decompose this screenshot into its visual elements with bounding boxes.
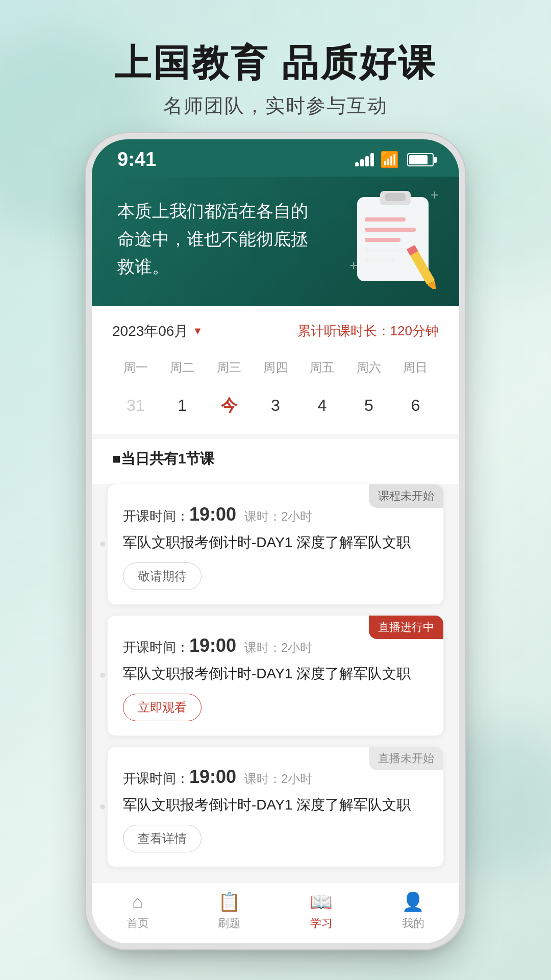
course-indicator-1 [100,542,105,547]
weekday-wed: 周三 [206,355,252,380]
course-action-btn-2[interactable]: 立即观看 [123,694,202,721]
weekday-mon: 周一 [112,355,159,380]
svg-rect-3 [365,217,406,222]
svg-rect-2 [385,193,406,201]
nav-label-profile: 我的 [402,916,424,931]
nav-label-practice: 刷题 [218,916,240,931]
svg-rect-4 [365,228,416,232]
calendar-days: 31 1 今 3 4 5 6 [112,388,439,424]
course-card-3: 直播未开始 开课时间：19:00 课时：2小时 军队文职报考倒计时-DAY1 深… [107,746,444,867]
banner-illustration: + + [347,182,444,289]
banner-quote: 本质上我们都活在各自的命途中，谁也不能彻底拯救谁。 [117,197,321,280]
course-count-header: ■当日共有1节课 [112,449,439,469]
course-title-3: 军队文职报考倒计时-DAY1 深度了解军队文职 [123,795,428,815]
cal-day-today[interactable]: 今 [206,388,252,424]
svg-rect-5 [365,238,400,242]
phone-mockup: 9:41 📶 本质上我们都活在各自的命途中，谁也不能彻底拯救谁。 [0,139,551,943]
cal-day-31[interactable]: 31 [112,388,159,424]
header-title: 上国教育 品质好课 [0,41,551,85]
weekday-thu: 周四 [252,355,298,380]
bottom-nav: ⌂ 首页 📋 刷题 📖 学习 👤 我的 [92,883,459,943]
nav-label-study: 学习 [310,916,333,931]
course-start-time-3: 开课时间：19:00 [123,766,236,788]
course-title-1: 军队文职报考倒计时-DAY1 深度了解军队文职 [123,532,428,552]
phone-frame: 9:41 📶 本质上我们都活在各自的命途中，谁也不能彻底拯救谁。 [92,139,459,943]
weekday-fri: 周五 [299,355,345,380]
header-subtitle: 名师团队，实时参与互动 [0,93,551,119]
course-card-1: 课程未开始 开课时间：19:00 课时：2小时 军队文职报考倒计时-DAY1 深… [107,484,444,605]
wifi-icon: 📶 [380,151,399,168]
home-icon: ⌂ [132,891,143,913]
course-start-time-1: 开课时间：19:00 [123,504,236,525]
course-duration-3: 课时：2小时 [244,771,312,787]
course-indicator-2 [100,673,105,678]
header-section: 上国教育 品质好课 名师团队，实时参与互动 [0,0,551,139]
svg-rect-6 [365,248,411,252]
course-status-badge-3: 直播未开始 [369,747,443,770]
cal-day-6[interactable]: 6 [392,388,439,424]
status-time: 9:41 [117,149,156,170]
course-indicator-3 [100,804,105,810]
cal-day-1[interactable]: 1 [159,388,205,424]
total-hours-label: 累计听课时长：120分钟 [297,322,439,340]
study-icon: 📖 [310,891,333,913]
course-count-text: ■当日共有1节课 [112,449,214,469]
calendar-month[interactable]: 2023年06月 ▼ [112,322,203,341]
course-count-section: ■当日共有1节课 [92,439,459,484]
svg-rect-7 [365,258,395,262]
top-banner: 本质上我们都活在各自的命途中，谁也不能彻底拯救谁。 [92,177,459,306]
weekday-tue: 周二 [159,355,205,380]
course-duration-1: 课时：2小时 [244,508,312,525]
course-card-2: 直播进行中 开课时间：19:00 课时：2小时 军队文职报考倒计时-DAY1 深… [107,615,444,736]
battery-icon [407,153,434,166]
course-start-time-2: 开课时间：19:00 [123,635,236,656]
nav-item-practice[interactable]: 📋 刷题 [218,891,241,931]
courses-list-area: ■当日共有1节课 课程未开始 开课时间：19:00 课时：2小时 军队文职报考倒… [92,434,459,883]
month-dropdown-icon: ▼ [192,325,203,337]
nav-label-home: 首页 [127,916,149,931]
status-bar: 9:41 📶 [92,139,459,177]
cal-day-5[interactable]: 5 [345,388,392,424]
cal-day-3[interactable]: 3 [252,388,298,424]
course-status-badge-1: 课程未开始 [369,484,443,508]
profile-icon: 👤 [402,891,424,913]
course-duration-2: 课时：2小时 [244,640,312,656]
course-action-btn-3[interactable]: 查看详情 [123,825,202,852]
nav-item-study[interactable]: 📖 学习 [310,891,333,931]
weekday-sat: 周六 [345,355,392,380]
nav-item-home[interactable]: ⌂ 首页 [127,891,149,931]
status-icons: 📶 [355,151,434,168]
nav-item-profile[interactable]: 👤 我的 [402,891,424,931]
course-action-btn-1[interactable]: 敬请期待 [123,562,202,590]
plus-icon-2: + [349,257,358,274]
cal-day-4[interactable]: 4 [299,388,345,424]
weekday-sun: 周日 [392,355,439,380]
calendar-section: 2023年06月 ▼ 累计听课时长：120分钟 周一 周二 周三 周四 周五 周… [92,306,459,434]
course-status-badge-2: 直播进行中 [369,616,443,639]
weekday-headers: 周一 周二 周三 周四 周五 周六 周日 [112,355,439,380]
course-title-2: 军队文职报考倒计时-DAY1 深度了解军队文职 [123,664,428,683]
practice-icon: 📋 [218,891,241,913]
plus-icon-1: + [431,187,439,203]
signal-bars-icon [355,153,374,166]
calendar-header: 2023年06月 ▼ 累计听课时长：120分钟 [112,322,439,341]
